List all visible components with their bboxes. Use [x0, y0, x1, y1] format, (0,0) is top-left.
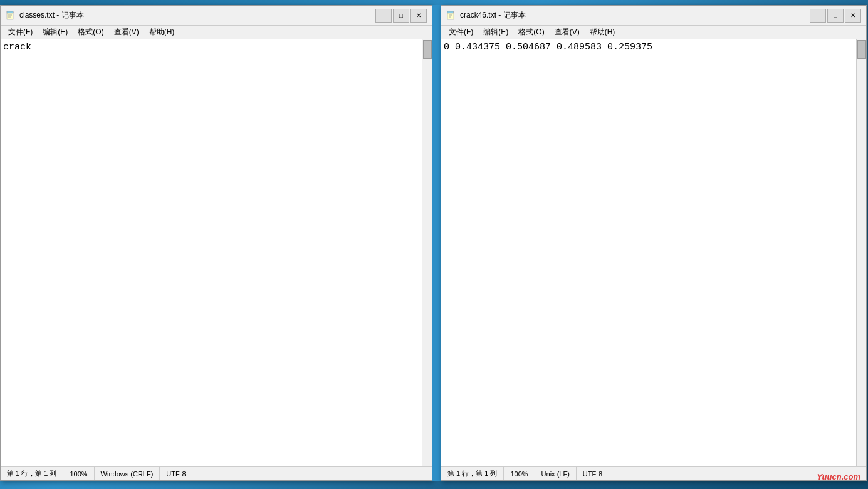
status-encoding-left: UTF-8 — [160, 467, 192, 480]
svg-rect-1 — [7, 11, 13, 13]
svg-marker-5 — [13, 11, 14, 13]
status-position-left: 第 1 行，第 1 列 — [1, 467, 63, 480]
scrollbar-left[interactable] — [422, 39, 432, 466]
menu-file-right[interactable]: 文件(F) — [444, 26, 478, 39]
menu-file-left[interactable]: 文件(F) — [3, 26, 38, 39]
menu-bar-left: 文件(F) 编辑(E) 格式(O) 查看(V) 帮助(H) — [1, 26, 432, 39]
title-controls-right: — □ ✕ — [810, 9, 861, 23]
menu-bar-right: 文件(F) 编辑(E) 格式(O) 查看(V) 帮助(H) — [441, 26, 866, 39]
status-zoom-left: 100% — [63, 467, 94, 480]
close-button-right[interactable]: ✕ — [845, 9, 861, 23]
scrollbar-thumb-left[interactable] — [423, 40, 432, 59]
status-bar-right: 第 1 行，第 1 列 100% Unix (LF) UTF-8 — [441, 466, 866, 480]
minimize-button-left[interactable]: — — [375, 9, 392, 23]
scrollbar-thumb-right[interactable] — [857, 40, 866, 59]
window-title-right: crack46.txt - 记事本 — [460, 10, 810, 21]
notepad-icon-right — [446, 11, 456, 21]
svg-rect-7 — [447, 11, 454, 13]
scrollbar-right[interactable] — [856, 39, 866, 466]
status-position-right: 第 1 行，第 1 列 — [441, 467, 504, 480]
menu-help-right[interactable]: 帮助(H) — [585, 26, 620, 39]
close-button-left[interactable]: ✕ — [410, 9, 427, 23]
status-bar-left: 第 1 行，第 1 列 100% Windows (CRLF) UTF-8 — [1, 466, 432, 480]
editor-content-right: 0 0.434375 0.504687 0.489583 0.259375 — [444, 42, 864, 53]
editor-content-left: crack — [3, 42, 429, 53]
menu-view-right[interactable]: 查看(V) — [550, 26, 585, 39]
window-gap — [432, 5, 441, 481]
menu-format-right[interactable]: 格式(O) — [513, 26, 549, 39]
maximize-button-left[interactable]: □ — [393, 9, 409, 23]
menu-format-left[interactable]: 格式(O) — [73, 26, 108, 39]
title-bar-right[interactable]: crack46.txt - 记事本 — □ ✕ — [441, 6, 866, 26]
menu-edit-left[interactable]: 编辑(E) — [38, 26, 73, 39]
window-title-left: classes.txt - 记事本 — [19, 10, 375, 21]
menu-edit-right[interactable]: 编辑(E) — [478, 26, 513, 39]
title-controls-left: — □ ✕ — [375, 9, 427, 23]
status-encoding-right: UTF-8 — [577, 467, 609, 480]
notepad-icon-left — [6, 11, 16, 21]
status-lineending-right: Unix (LF) — [535, 467, 577, 480]
minimize-button-right[interactable]: — — [810, 9, 826, 23]
menu-view-left[interactable]: 查看(V) — [109, 26, 144, 39]
editor-area-right[interactable]: 0 0.434375 0.504687 0.489583 0.259375 — [441, 39, 866, 466]
maximize-button-right[interactable]: □ — [827, 9, 844, 23]
notepad-window-right: crack46.txt - 记事本 — □ ✕ 文件(F) 编辑(E) 格式(O… — [441, 5, 867, 481]
editor-area-left[interactable]: crack — [1, 39, 432, 466]
watermark: Yuucn.com — [817, 472, 860, 481]
menu-help-left[interactable]: 帮助(H) — [144, 26, 180, 39]
status-lineending-left: Windows (CRLF) — [95, 467, 160, 480]
notepad-window-left: classes.txt - 记事本 — □ ✕ 文件(F) 编辑(E) 格式(O… — [0, 5, 432, 481]
title-bar-left[interactable]: classes.txt - 记事本 — □ ✕ — [1, 6, 432, 26]
windows-container: classes.txt - 记事本 — □ ✕ 文件(F) 编辑(E) 格式(O… — [0, 5, 868, 484]
status-zoom-right: 100% — [504, 467, 535, 480]
